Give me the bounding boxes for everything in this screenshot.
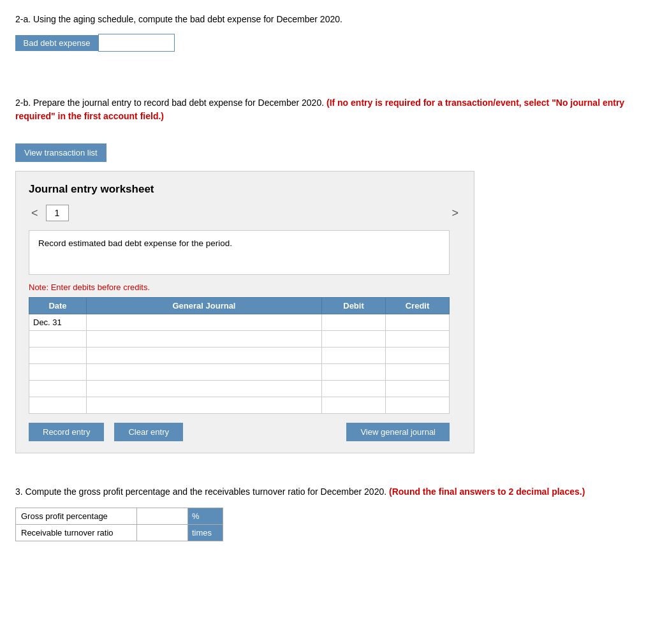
- view-general-journal-button[interactable]: View general journal: [346, 423, 450, 441]
- journal-cell: [87, 397, 322, 414]
- next-page-button[interactable]: >: [449, 207, 461, 220]
- credit-cell: [386, 381, 450, 397]
- journal-cell: [87, 364, 322, 381]
- col-credit: Credit: [386, 298, 450, 314]
- ratio-row: Gross profit percentage%: [16, 508, 223, 525]
- date-input[interactable]: [32, 331, 84, 347]
- ratio-label: Gross profit percentage: [16, 508, 137, 525]
- table-header-row: Date General Journal Debit Credit: [29, 298, 450, 314]
- credit-cell: [386, 397, 450, 414]
- prev-page-button[interactable]: <: [29, 207, 41, 220]
- debit-cell: [322, 331, 386, 348]
- date-cell: [29, 397, 87, 414]
- debit-cell: [322, 314, 386, 331]
- date-input[interactable]: [32, 314, 84, 330]
- debit-input[interactable]: [325, 331, 383, 347]
- bad-debt-label: Bad debt expense: [15, 35, 98, 51]
- date-input[interactable]: [32, 364, 84, 380]
- date-cell: [29, 314, 87, 331]
- debit-cell: [322, 397, 386, 414]
- date-cell: [29, 348, 87, 364]
- ratio-row: Receivable turnover ratiotimes: [16, 525, 223, 541]
- date-cell: [29, 364, 87, 381]
- ratio-unit: %: [188, 508, 223, 525]
- ratio-unit: times: [188, 525, 223, 541]
- ratio-value-input[interactable]: [137, 525, 187, 541]
- worksheet-title: Journal entry worksheet: [29, 183, 461, 196]
- journal-input[interactable]: [89, 381, 319, 397]
- journal-input[interactable]: [89, 348, 319, 363]
- ratio-value-input[interactable]: [137, 508, 187, 524]
- journal-cell: [87, 348, 322, 364]
- journal-actions: Record entry Clear entry View general jo…: [29, 423, 450, 441]
- debit-input[interactable]: [325, 314, 383, 330]
- journal-input[interactable]: [89, 314, 319, 330]
- col-date: Date: [29, 298, 87, 314]
- credit-cell: [386, 314, 450, 331]
- credit-input[interactable]: [388, 348, 446, 363]
- debit-cell: [322, 364, 386, 381]
- description-text: Record estimated bad debt expense for th…: [38, 238, 232, 248]
- credit-input[interactable]: [388, 397, 446, 413]
- ratio-label: Receivable turnover ratio: [16, 525, 137, 541]
- col-debit: Debit: [322, 298, 386, 314]
- section-3-title: 3. Compute the gross profit percentage a…: [15, 485, 638, 499]
- section-3-title-normal: 3. Compute the gross profit percentage a…: [15, 487, 389, 497]
- table-row: [29, 331, 450, 348]
- col-general-journal: General Journal: [87, 298, 322, 314]
- journal-cell: [87, 314, 322, 331]
- debit-input[interactable]: [325, 364, 383, 380]
- journal-entry-worksheet: Journal entry worksheet < > Record estim…: [15, 171, 474, 453]
- debit-input[interactable]: [325, 381, 383, 397]
- section-3-title-red: (Round the final answers to 2 decimal pl…: [389, 487, 585, 497]
- credit-cell: [386, 364, 450, 381]
- table-row: [29, 314, 450, 331]
- ratios-table: Gross profit percentage%Receivable turno…: [15, 508, 223, 541]
- date-input[interactable]: [32, 397, 84, 413]
- credit-input[interactable]: [388, 381, 446, 397]
- credit-input[interactable]: [388, 364, 446, 380]
- section-2a-title: 2-a. Using the aging schedule, compute t…: [15, 13, 638, 26]
- section-2b-title-normal: 2-b. Prepare the journal entry to record…: [15, 98, 326, 108]
- table-row: [29, 364, 450, 381]
- bad-debt-row: Bad debt expense: [15, 34, 638, 52]
- note-text: Note: Enter debits before credits.: [29, 282, 461, 292]
- description-box: Record estimated bad debt expense for th…: [29, 230, 450, 275]
- date-cell: [29, 381, 87, 397]
- table-row: [29, 397, 450, 414]
- debit-input[interactable]: [325, 348, 383, 363]
- credit-cell: [386, 348, 450, 364]
- ratio-input-cell: [137, 508, 188, 525]
- page-number-input[interactable]: [46, 205, 69, 221]
- credit-cell: [386, 331, 450, 348]
- journal-cell: [87, 381, 322, 397]
- journal-cell: [87, 331, 322, 348]
- date-input[interactable]: [32, 348, 84, 363]
- section-2b-title: 2-b. Prepare the journal entry to record…: [15, 96, 638, 123]
- record-entry-button[interactable]: Record entry: [29, 423, 104, 441]
- date-input[interactable]: [32, 381, 84, 397]
- ratio-input-cell: [137, 525, 188, 541]
- clear-entry-button[interactable]: Clear entry: [114, 423, 183, 441]
- view-transaction-list-button[interactable]: View transaction list: [15, 143, 106, 162]
- table-row: [29, 348, 450, 364]
- journal-input[interactable]: [89, 364, 319, 380]
- journal-input[interactable]: [89, 331, 319, 347]
- journal-table: Date General Journal Debit Credit: [29, 297, 450, 414]
- debit-cell: [322, 348, 386, 364]
- bad-debt-input[interactable]: [98, 34, 175, 52]
- debit-input[interactable]: [325, 397, 383, 413]
- worksheet-nav: < >: [29, 205, 461, 221]
- table-row: [29, 381, 450, 397]
- journal-input[interactable]: [89, 397, 319, 413]
- credit-input[interactable]: [388, 331, 446, 347]
- credit-input[interactable]: [388, 314, 446, 330]
- date-cell: [29, 331, 87, 348]
- debit-cell: [322, 381, 386, 397]
